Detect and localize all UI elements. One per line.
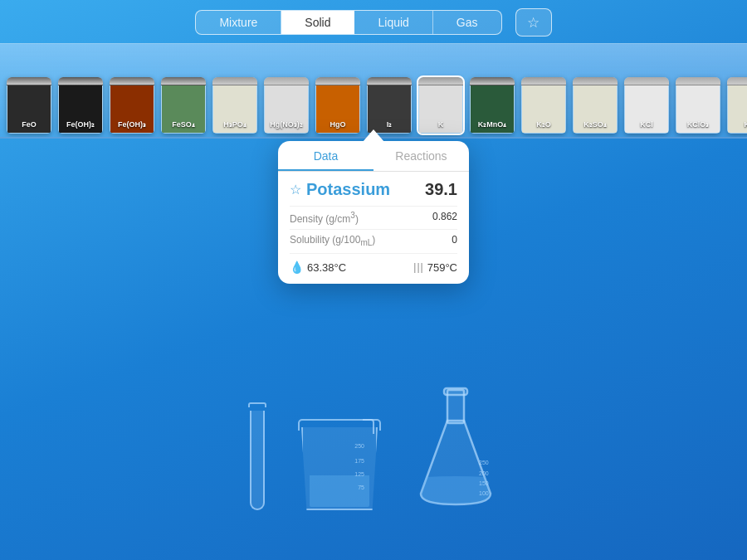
beaker-mark-2: 175 [354, 458, 364, 464]
top-navigation: Mixture Solid Liquid Gas ☆ [0, 0, 747, 43]
jar-KH[interactable]: KH [724, 77, 747, 134]
jar-KMnO[interactable]: K₂MnO₄ [466, 77, 518, 134]
jar-HgO[interactable]: HgO [312, 77, 364, 134]
chemicals-shelf: FeOFe(OH)₂Fe(OH)₃FeSO₄H₃PO₄Hg(NO₃)₂HgOI₂… [0, 43, 747, 139]
jar-KCl[interactable]: KCl [621, 77, 672, 134]
favorite-star-icon[interactable]: ☆ [290, 182, 301, 197]
popup-tabs: Data Reactions [278, 141, 469, 172]
element-header: ☆ Potassium 39.1 [290, 180, 457, 199]
svg-rect-1 [444, 388, 467, 395]
popup-tab-reactions[interactable]: Reactions [374, 141, 469, 171]
test-tube-body [250, 411, 265, 510]
erlenmeyer-flask: 250 200 150 100 [414, 386, 497, 510]
tab-solid[interactable]: Solid [281, 11, 354, 34]
solubility-label: Solubility (g/100mL) [290, 234, 375, 247]
svg-text:250: 250 [479, 460, 489, 465]
density-row: Density (g/cm3) 0.862 [290, 206, 457, 229]
melting-point: 63.38°C [307, 261, 413, 274]
tab-liquid[interactable]: Liquid [354, 11, 432, 34]
test-tube-rim [248, 402, 266, 407]
beaker-water [310, 475, 369, 507]
element-name: Potassium [306, 180, 425, 199]
beaker-mark-3: 125 [354, 471, 364, 477]
svg-text:100: 100 [479, 490, 489, 496]
beaker: 250 175 125 75 [298, 419, 381, 510]
density-value: 0.862 [432, 211, 457, 225]
solubility-value: 0 [452, 234, 457, 247]
category-tabs: Mixture Solid Liquid Gas [195, 10, 501, 35]
test-tube [250, 402, 265, 510]
solubility-row: Solubility (g/100mL) 0 [290, 229, 457, 251]
jar-KO[interactable]: K₂O [518, 77, 569, 134]
temperatures-row: 💧 63.38°C ||| 759°C [290, 253, 457, 274]
jar-HPO[interactable]: H₃PO₄ [209, 77, 261, 134]
beaker-mark-4: 75 [358, 485, 364, 490]
beaker-body: 250 175 125 75 [301, 427, 378, 510]
melting-icon: 💧 [290, 261, 304, 274]
jar-FeOH[interactable]: Fe(OH)₂ [55, 77, 106, 134]
boiling-point: 759°C [427, 261, 457, 274]
popup-arrow [363, 129, 384, 142]
jar-KSO[interactable]: K₂SO₄ [569, 77, 621, 134]
density-label: Density (g/cm3) [290, 211, 359, 225]
boiling-icon: ||| [413, 261, 423, 273]
flask-svg: 250 200 150 100 [414, 386, 497, 510]
popup-tab-data[interactable]: Data [278, 141, 374, 171]
jar-HgNO[interactable]: Hg(NO₃)₂ [261, 77, 312, 134]
beaker-mark-1: 250 [354, 443, 364, 449]
lab-glassware-area: 250 175 125 75 250 200 150 100 [250, 386, 497, 510]
jar-FeOH[interactable]: Fe(OH)₃ [106, 77, 158, 134]
popup-body: ☆ Potassium 39.1 Density (g/cm3) 0.862 S… [278, 172, 469, 284]
svg-text:200: 200 [479, 470, 489, 476]
svg-text:150: 150 [479, 480, 489, 486]
favorites-button[interactable]: ☆ [515, 8, 552, 37]
jar-FeO[interactable]: FeO [3, 77, 55, 134]
jar-FeSO[interactable]: FeSO₄ [158, 77, 209, 134]
element-popup: Data Reactions ☆ Potassium 39.1 Density … [278, 141, 469, 284]
jar-K[interactable]: K [415, 77, 466, 134]
atomic-mass: 39.1 [425, 180, 457, 199]
tab-gas[interactable]: Gas [433, 11, 501, 34]
tab-mixture[interactable]: Mixture [196, 11, 281, 34]
jar-I[interactable]: I₂ [364, 77, 415, 134]
jar-KClO[interactable]: KClO₃ [672, 77, 724, 134]
